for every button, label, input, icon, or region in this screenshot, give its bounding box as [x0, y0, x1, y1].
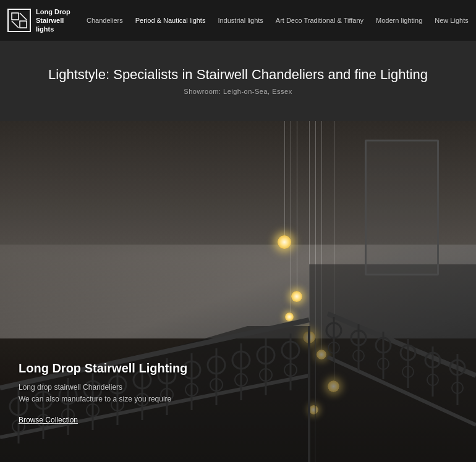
browse-collection-link[interactable]: Browse Collection: [19, 416, 78, 424]
navigation: Long Drop Stairwell lights Chandeliers P…: [0, 0, 476, 41]
svg-rect-0: [12, 13, 19, 20]
logo[interactable]: Long Drop Stairwell lights: [7, 7, 75, 34]
hero-subtitle: Showroom: Leigh-on-Sea, Essex: [184, 88, 292, 95]
nav-item-period-nautical[interactable]: Period & Nautical lights: [129, 16, 212, 25]
nav-item-industrial[interactable]: Industrial lights: [211, 16, 269, 25]
svg-rect-1: [20, 21, 27, 28]
nav-item-modern[interactable]: Modern lighting: [370, 16, 428, 25]
nav-items: Chandeliers Period & Nautical lights Ind…: [80, 16, 476, 25]
light-strand-1: [284, 121, 285, 235]
logo-text: Long Drop Stairwell lights: [36, 7, 75, 34]
light-bulb-1: [278, 235, 291, 249]
hero-text-section: Lightstyle: Specialists in Stairwell Cha…: [0, 41, 476, 121]
svg-line-2: [12, 21, 19, 28]
nav-item-art-deco[interactable]: Art Deco Traditional & Tiffany: [270, 16, 370, 25]
svg-line-3: [20, 13, 27, 20]
nav-item-chandeliers[interactable]: Chandeliers: [80, 16, 129, 25]
overlay-heading: Long Drop Stairwell Lighting: [19, 361, 187, 376]
hero-image-section: Long Drop Stairwell Lighting Long drop s…: [0, 121, 476, 462]
overlay-desc-line1: Long drop stairwell Chandeliers We can a…: [19, 382, 187, 405]
door-frame: [365, 140, 439, 275]
hero-title: Lightstyle: Specialists in Stairwell Cha…: [48, 67, 428, 83]
logo-icon: [7, 9, 31, 32]
hero-overlay-text: Long Drop Stairwell Lighting Long drop s…: [19, 361, 187, 425]
nav-item-new[interactable]: New Lights: [428, 16, 474, 25]
